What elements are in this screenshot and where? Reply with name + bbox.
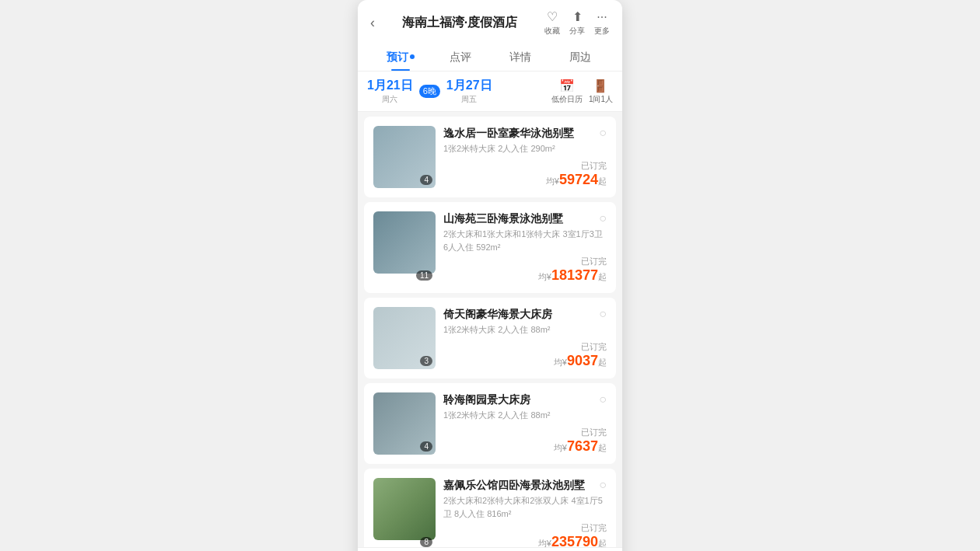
bottom-bar: 问一问 收起 ∧ bbox=[358, 547, 622, 551]
room-price-1: 均¥59724起 bbox=[443, 172, 607, 188]
price-suffix-5: 起 bbox=[598, 539, 607, 547]
room-icon: 🚪 bbox=[593, 78, 608, 93]
price-prefix-4: 均¥ bbox=[554, 443, 567, 452]
circle-icon-2: ○ bbox=[599, 211, 607, 225]
room-card-4[interactable]: 4 聆海阁园景大床房 ○ 1张2米特大床 2人入住 88m² 已订完 均¥763… bbox=[364, 383, 616, 464]
price-suffix-1: 起 bbox=[598, 176, 607, 186]
nights-badge: 6晚 bbox=[419, 85, 440, 98]
tab-review[interactable]: 点评 bbox=[430, 44, 490, 71]
sold-out-5: 已订完 bbox=[443, 522, 607, 534]
room-desc-1: 1张2米特大床 2人入住 290m² bbox=[443, 142, 607, 155]
tab-bar: 预订 点评 详情 周边 bbox=[370, 44, 610, 71]
room-card-1[interactable]: 4 逸水居一卧室豪华泳池别墅 ○ 1张2米特大床 2人入住 290m² 已订完 … bbox=[364, 117, 616, 197]
room-price-4: 均¥7637起 bbox=[443, 438, 607, 455]
room-title-1: 逸水居一卧室豪华泳池别墅 bbox=[443, 126, 594, 140]
circle-icon-4: ○ bbox=[599, 392, 607, 406]
checkin-date-text: 1月21日 bbox=[367, 78, 413, 94]
tab-nearby[interactable]: 周边 bbox=[550, 44, 610, 71]
price-amount-1: 59724 bbox=[559, 172, 598, 187]
room-title-row-5: 嘉佩乐公馆四卧海景泳池别墅 ○ bbox=[443, 478, 607, 492]
price-amount-5: 235790 bbox=[551, 534, 598, 547]
room-title-3: 倚天阁豪华海景大床房 bbox=[443, 307, 594, 321]
room-card-3[interactable]: 3 倚天阁豪华海景大床房 ○ 1张2米特大床 2人入住 88m² 已订完 均¥9… bbox=[364, 298, 616, 378]
sold-out-2: 已订完 bbox=[443, 256, 607, 267]
room-info-1: 逸水居一卧室豪华泳池别墅 ○ 1张2米特大床 2人入住 290m² 已订完 均¥… bbox=[443, 126, 607, 188]
price-suffix-3: 起 bbox=[598, 357, 607, 367]
price-prefix-2: 均¥ bbox=[538, 272, 551, 281]
sold-out-4: 已订完 bbox=[443, 427, 607, 438]
room-price-row-5: 已订完 均¥235790起 bbox=[443, 522, 607, 547]
image-badge-1: 4 bbox=[420, 175, 432, 185]
room-info-4: 聆海阁园景大床房 ○ 1张2米特大床 2人入住 88m² 已订完 均¥7637起 bbox=[443, 392, 607, 455]
room-title-row-4: 聆海阁园景大床房 ○ bbox=[443, 392, 607, 406]
room-price-row-1: 已订完 均¥59724起 bbox=[443, 160, 607, 188]
sold-out-1: 已订完 bbox=[443, 160, 607, 172]
room-info-2: 山海苑三卧海景泳池别墅 ○ 2张大床和1张大床和1张特大床 3室1厅3卫 6人入… bbox=[443, 211, 607, 284]
room-desc-4: 1张2米特大床 2人入住 88m² bbox=[443, 409, 607, 422]
circle-icon-5: ○ bbox=[599, 478, 607, 492]
room-image-wrap-5: 8 bbox=[373, 478, 436, 547]
circle-icon-3: ○ bbox=[599, 307, 607, 321]
room-price-row-3: 已订完 均¥9037起 bbox=[443, 341, 607, 369]
tab-detail[interactable]: 详情 bbox=[490, 44, 550, 71]
hotel-title: 海南土福湾·度假酒店 bbox=[375, 15, 544, 31]
price-suffix-4: 起 bbox=[598, 443, 607, 452]
tab-dot bbox=[410, 54, 415, 59]
image-badge-2: 11 bbox=[416, 270, 432, 281]
header-top: ‹ 海南土福湾·度假酒店 ♡ 收藏 ⬆ 分享 ··· 更多 bbox=[370, 9, 610, 37]
circle-icon-1: ○ bbox=[599, 126, 607, 140]
room-image-wrap-4: 4 bbox=[373, 392, 436, 455]
image-badge-4: 4 bbox=[420, 441, 432, 452]
room-title-2: 山海苑三卧海景泳池别墅 bbox=[443, 211, 594, 225]
date-actions: 📅 低价日历 🚪 1间1人 bbox=[551, 78, 613, 105]
room-info-5: 嘉佩乐公馆四卧海景泳池别墅 ○ 2张大床和2张特大床和2张双人床 4室1厅5卫 … bbox=[443, 478, 607, 547]
calendar-button[interactable]: 📅 低价日历 bbox=[551, 78, 583, 105]
room-config-label: 1间1人 bbox=[589, 94, 613, 105]
sold-out-3: 已订完 bbox=[443, 341, 607, 353]
share-icon: ⬆ bbox=[572, 9, 583, 24]
room-title-row-1: 逸水居一卧室豪华泳池别墅 ○ bbox=[443, 126, 607, 140]
room-desc-2: 2张大床和1张大床和1张特大床 3室1厅3卫 6人入住 592m² bbox=[443, 228, 607, 253]
price-prefix-5: 均¥ bbox=[538, 539, 551, 547]
price-prefix-1: 均¥ bbox=[546, 176, 559, 186]
checkin-date: 1月21日 周六 bbox=[367, 78, 413, 105]
room-config-button[interactable]: 🚪 1间1人 bbox=[589, 78, 613, 105]
room-desc-5: 2张大床和2张特大床和2张双人床 4室1厅5卫 8人入住 816m² bbox=[443, 494, 607, 520]
checkout-date: 1月27日 周五 bbox=[446, 78, 492, 105]
checkout-day: 周五 bbox=[461, 94, 477, 105]
room-title-4: 聆海阁园景大床房 bbox=[443, 392, 594, 406]
room-image-2 bbox=[373, 211, 436, 274]
share-button[interactable]: ⬆ 分享 bbox=[569, 9, 585, 37]
room-info-3: 倚天阁豪华海景大床房 ○ 1张2米特大床 2人入住 88m² 已订完 均¥903… bbox=[443, 307, 607, 369]
room-list: 4 逸水居一卧室豪华泳池别墅 ○ 1张2米特大床 2人入住 290m² 已订完 … bbox=[358, 112, 622, 547]
room-price-row-2: 已订完 均¥181377起 bbox=[443, 256, 607, 284]
share-label: 分享 bbox=[569, 26, 585, 37]
favorite-button[interactable]: ♡ 收藏 bbox=[544, 9, 560, 37]
image-badge-5: 8 bbox=[420, 537, 432, 547]
room-image-wrap-3: 3 bbox=[373, 307, 436, 369]
date-bar[interactable]: 1月21日 周六 6晚 1月27日 周五 📅 低价日历 🚪 1间1人 bbox=[358, 71, 622, 112]
price-amount-4: 7637 bbox=[567, 438, 598, 454]
phone-container: ‹ 海南土福湾·度假酒店 ♡ 收藏 ⬆ 分享 ··· 更多 预订 bbox=[358, 0, 622, 551]
more-button[interactable]: ··· 更多 bbox=[594, 10, 610, 37]
room-price-2: 均¥181377起 bbox=[443, 267, 607, 284]
room-title-row-3: 倚天阁豪华海景大床房 ○ bbox=[443, 307, 607, 321]
room-price-3: 均¥9037起 bbox=[443, 353, 607, 369]
room-price-row-4: 已订完 均¥7637起 bbox=[443, 427, 607, 455]
header: ‹ 海南土福湾·度假酒店 ♡ 收藏 ⬆ 分享 ··· 更多 预订 bbox=[358, 0, 622, 71]
price-amount-2: 181377 bbox=[551, 267, 598, 283]
more-label: 更多 bbox=[594, 26, 610, 37]
room-title-row-2: 山海苑三卧海景泳池别墅 ○ bbox=[443, 211, 607, 225]
room-card-5[interactable]: 8 嘉佩乐公馆四卧海景泳池别墅 ○ 2张大床和2张特大床和2张双人床 4室1厅5… bbox=[364, 469, 616, 547]
room-card-2[interactable]: 11 山海苑三卧海景泳池别墅 ○ 2张大床和1张大床和1张特大床 3室1厅3卫 … bbox=[364, 202, 616, 293]
room-title-5: 嘉佩乐公馆四卧海景泳池别墅 bbox=[443, 478, 594, 492]
room-image-wrap-2: 11 bbox=[373, 211, 436, 284]
checkin-day: 周六 bbox=[382, 94, 397, 105]
checkout-date-text: 1月27日 bbox=[446, 78, 492, 94]
header-actions: ♡ 收藏 ⬆ 分享 ··· 更多 bbox=[544, 9, 610, 37]
tab-booking[interactable]: 预订 bbox=[370, 44, 430, 71]
room-image-5 bbox=[373, 478, 436, 540]
favorite-icon: ♡ bbox=[547, 9, 558, 24]
price-suffix-2: 起 bbox=[598, 272, 607, 281]
price-prefix-3: 均¥ bbox=[554, 357, 567, 367]
